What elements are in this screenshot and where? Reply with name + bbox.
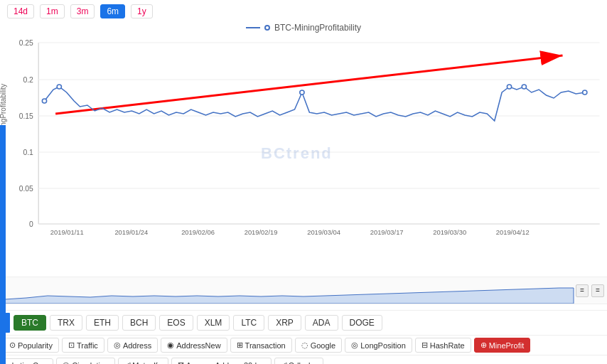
coin-tab-trx[interactable]: TRX bbox=[50, 315, 82, 331]
traffic-icon: ⊡ bbox=[68, 341, 75, 350]
svg-text:0.1: 0.1 bbox=[23, 149, 33, 156]
svg-point-27 bbox=[57, 85, 61, 89]
main-chart-area: BCtrend 0.25 0.2 0.15 0.1 0.05 0 MiningP… bbox=[0, 36, 607, 277]
popularity-label: Popularity bbox=[18, 341, 53, 350]
time-btn-6m[interactable]: 6m bbox=[100, 4, 125, 18]
svg-text:2019/03/30: 2019/03/30 bbox=[433, 229, 466, 236]
metric-popularity[interactable]: ⊙ Popularity bbox=[3, 338, 59, 353]
metric-address[interactable]: ◎ Address bbox=[107, 338, 158, 353]
circulation-label: Circulation bbox=[72, 361, 109, 365]
long-position-label: LongPosition bbox=[360, 341, 406, 350]
left-accent bbox=[0, 125, 6, 364]
svg-point-31 bbox=[583, 90, 587, 95]
hash-rate-icon: ⊟ bbox=[421, 341, 428, 350]
svg-point-26 bbox=[42, 99, 46, 103]
coin-tab-eos[interactable]: EOS bbox=[159, 315, 193, 331]
coin-tab-eth[interactable]: ETH bbox=[86, 315, 119, 331]
address-icon: ◎ bbox=[114, 341, 121, 350]
svg-text:2019/02/06: 2019/02/06 bbox=[181, 229, 215, 236]
metric-avg-address-30day[interactable]: ⊠ AverageAddress30day bbox=[171, 358, 272, 364]
marketing-cap-label: rketingCap bbox=[9, 361, 47, 365]
odlyzko-icon: ◁ bbox=[281, 360, 286, 364]
coin-tab-bch[interactable]: BCH bbox=[122, 315, 156, 331]
google-label: Google bbox=[311, 341, 335, 350]
metric-long-position[interactable]: ◎ LongPosition bbox=[345, 338, 412, 353]
popularity-icon: ⊙ bbox=[9, 341, 16, 350]
svg-text:0.05: 0.05 bbox=[19, 185, 34, 193]
transaction-label: Transaction bbox=[245, 341, 286, 350]
coin-tab-xlm[interactable]: XLM bbox=[197, 315, 230, 331]
mine-profit-label: MineProfit bbox=[489, 341, 525, 350]
mini-controls: = = bbox=[576, 284, 604, 297]
time-btn-14d[interactable]: 14d bbox=[7, 4, 34, 18]
svg-point-28 bbox=[300, 90, 304, 95]
metrics-row-1: ⊙ Popularity ⊡ Traffic ◎ Address ◉ Addre… bbox=[0, 336, 607, 355]
coin-tab-ltc[interactable]: LTC bbox=[233, 315, 264, 331]
coin-tab-btc[interactable]: BTC bbox=[14, 315, 46, 331]
metric-traffic[interactable]: ⊡ Traffic bbox=[62, 338, 104, 353]
mine-profit-icon: ⊕ bbox=[480, 341, 487, 350]
legend-dot-icon bbox=[264, 25, 270, 31]
time-btn-1y[interactable]: 1y bbox=[131, 4, 153, 18]
svg-text:0.2: 0.2 bbox=[23, 76, 33, 84]
hash-rate-label: HashRate bbox=[430, 341, 465, 350]
address-new-icon: ◉ bbox=[167, 341, 174, 350]
address-new-label: AddressNew bbox=[176, 341, 220, 350]
svg-text:0.15: 0.15 bbox=[19, 112, 34, 120]
coin-tabs bbox=[0, 304, 607, 311]
svg-text:2019/01/11: 2019/01/11 bbox=[50, 229, 84, 236]
chart-legend: BTC-MiningProfitability bbox=[0, 23, 607, 33]
svg-text:2019/02/19: 2019/02/19 bbox=[245, 229, 278, 236]
mini-btn-expand[interactable]: = bbox=[591, 284, 604, 297]
metric-google[interactable]: ◌ Google bbox=[295, 338, 342, 353]
metcalfe-icon: ◁ bbox=[124, 360, 130, 364]
main-chart-svg: 0.25 0.2 0.15 0.1 0.05 0 MiningProfitabi… bbox=[0, 36, 607, 245]
svg-text:2019/01/24: 2019/01/24 bbox=[114, 229, 148, 236]
coin-tab-ada[interactable]: ADA bbox=[305, 315, 338, 331]
svg-text:2019/03/04: 2019/03/04 bbox=[307, 229, 340, 236]
metric-transaction[interactable]: ⊞ Transaction bbox=[230, 338, 292, 353]
time-controls: 14d 1m 3m 6m 1y bbox=[0, 0, 607, 23]
coin-tab-doge[interactable]: DOGE bbox=[342, 315, 382, 331]
mini-chart-svg bbox=[0, 278, 579, 304]
address-label: Address bbox=[123, 341, 151, 350]
mini-btn-lines[interactable]: = bbox=[576, 284, 589, 297]
coin-and-metrics-row: BTC TRX ETH BCH EOS XLM LTC XRP ADA DOGE bbox=[0, 311, 607, 336]
legend-label: BTC-MiningProfitability bbox=[274, 23, 361, 33]
avg-address-label: AverageAddress30day bbox=[186, 361, 265, 365]
metric-metcalfe[interactable]: ◁ Metcalfe bbox=[118, 358, 168, 364]
metric-odlyzko[interactable]: ◁ Odlyzko bbox=[274, 358, 323, 364]
svg-text:0: 0 bbox=[29, 220, 33, 228]
metric-marketing-cap[interactable]: rketingCap bbox=[3, 358, 53, 365]
odlyzko-label: Odlyzko bbox=[289, 361, 317, 365]
metric-hash-rate[interactable]: ⊟ HashRate bbox=[415, 338, 471, 353]
google-icon: ◌ bbox=[301, 341, 308, 350]
svg-line-25 bbox=[55, 55, 562, 114]
traffic-label: Traffic bbox=[77, 341, 98, 350]
transaction-icon: ⊞ bbox=[237, 341, 243, 350]
circulation-icon: ◎ bbox=[63, 360, 70, 364]
time-btn-3m[interactable]: 3m bbox=[70, 4, 95, 18]
metric-mine-profit[interactable]: ⊕ MineProfit bbox=[474, 338, 531, 353]
svg-point-30 bbox=[522, 85, 526, 89]
avg-address-icon: ⊠ bbox=[178, 360, 184, 364]
svg-point-29 bbox=[507, 85, 511, 89]
mini-chart: = = bbox=[0, 277, 607, 304]
coin-tab-xrp[interactable]: XRP bbox=[268, 315, 301, 331]
metric-circulation[interactable]: ◎ Circulation bbox=[56, 358, 115, 364]
svg-text:2019/04/12: 2019/04/12 bbox=[496, 229, 530, 236]
time-btn-1m[interactable]: 1m bbox=[40, 4, 65, 18]
metric-address-new[interactable]: ◉ AddressNew bbox=[161, 338, 227, 353]
metcalfe-label: Metcalfe bbox=[132, 361, 162, 365]
legend-line-icon bbox=[246, 27, 260, 28]
svg-text:2019/03/17: 2019/03/17 bbox=[370, 229, 404, 236]
metrics-row-2: rketingCap ◎ Circulation ◁ Metcalfe ⊠ Av… bbox=[0, 355, 607, 364]
long-position-icon: ◎ bbox=[351, 341, 358, 350]
svg-text:0.25: 0.25 bbox=[19, 39, 34, 47]
